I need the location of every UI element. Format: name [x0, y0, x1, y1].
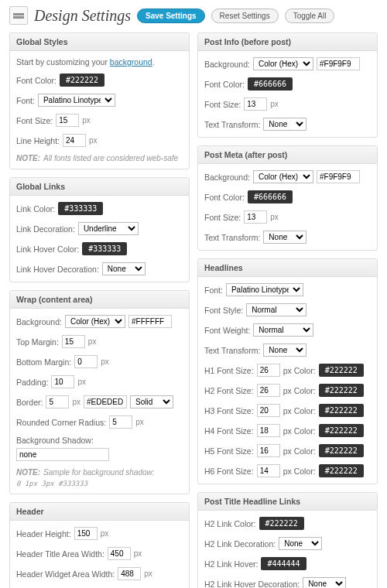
tt-select[interactable]: None — [263, 231, 307, 244]
panel-heading[interactable]: Post Info (before post) — [198, 33, 377, 51]
style-select[interactable]: Normal — [246, 303, 307, 316]
bg-color-input[interactable] — [128, 315, 172, 328]
bottom-margin-input[interactable] — [74, 355, 98, 368]
panel-heading[interactable]: Post Title Headline Links — [198, 493, 377, 511]
link-hover-dec-select[interactable]: None — [102, 262, 146, 275]
h5-color-value[interactable]: #222222 — [319, 444, 364, 457]
h4-size-input[interactable] — [257, 424, 280, 437]
bg-input[interactable] — [317, 170, 360, 183]
font-size-input[interactable] — [56, 114, 79, 127]
h1-color-value[interactable]: #222222 — [319, 364, 364, 377]
font-color-value[interactable]: #666666 — [248, 190, 293, 203]
h2-link-hover-label: H2 Link Hover: — [204, 559, 258, 569]
style-label: Font Style: — [204, 306, 243, 315]
h4-label: H4 Font Size: — [204, 426, 254, 436]
tt-select[interactable]: None — [263, 344, 307, 357]
widget-width-input[interactable] — [118, 567, 141, 580]
h3-color-value[interactable]: #222222 — [319, 404, 364, 417]
h6-label: H6 Font Size: — [204, 467, 254, 476]
link-color-value[interactable]: #333333 — [58, 202, 103, 215]
panel-heading[interactable]: Wrap (content area) — [10, 291, 189, 309]
bg-input[interactable] — [317, 57, 360, 70]
panel-heading[interactable]: Global Links — [10, 178, 189, 196]
h2-link-dec-select[interactable]: None — [279, 537, 322, 550]
h2-link-hover-dec-label: H2 Link Hover Decoration: — [204, 579, 300, 589]
border-label: Border: — [16, 398, 43, 407]
font-size-label: Font Size: — [16, 116, 53, 125]
h5-size-input[interactable] — [257, 444, 280, 457]
bg-type-select[interactable]: Color (Hex) — [65, 315, 125, 328]
font-color-value[interactable]: #666666 — [248, 77, 293, 91]
h2-size-input[interactable] — [257, 384, 280, 397]
border-size-input[interactable] — [46, 395, 69, 409]
link-dec-select[interactable]: Underline — [78, 222, 139, 235]
global-links-panel: Global Links Link Color: #333333 Link De… — [9, 177, 190, 282]
radius-label: Rounded Corner Radius: — [16, 418, 106, 427]
link-hover-value[interactable]: #333333 — [82, 242, 127, 255]
h2-link-color-value[interactable]: #222222 — [259, 517, 304, 530]
weight-label: Font Weight: — [204, 326, 250, 335]
border-style-select[interactable]: Solid — [130, 395, 173, 409]
bottom-margin-label: Bottom Margin: — [16, 357, 71, 367]
tt-label: Text Transform: — [204, 346, 260, 355]
panel-heading[interactable]: Header — [10, 503, 189, 521]
h4-color-value[interactable]: #222222 — [319, 424, 364, 437]
post-meta-panel: Post Meta (after post) Background: Color… — [197, 145, 378, 251]
h6-color-value[interactable]: #222222 — [319, 464, 364, 477]
h1-label: H1 Font Size: — [204, 366, 254, 375]
h3-size-input[interactable] — [257, 404, 280, 417]
h2-link-dec-label: H2 Link Decoration: — [204, 539, 276, 549]
link-hover-label: Link Hover Color: — [16, 244, 79, 254]
font-color-value[interactable]: #222222 — [60, 74, 104, 87]
title-width-input[interactable] — [108, 547, 131, 560]
reset-settings-button[interactable]: Reset Settings — [211, 9, 279, 23]
h5-label: H5 Font Size: — [204, 446, 254, 456]
h1-size-input[interactable] — [257, 364, 280, 377]
header-height-label: Header Height: — [16, 529, 71, 538]
font-select[interactable]: Palatino Linotype — [226, 283, 303, 296]
header-panel: Header Header Height: px Header Title Ar… — [9, 502, 190, 588]
panel-heading[interactable]: Headlines — [198, 259, 377, 277]
top-margin-input[interactable] — [62, 335, 85, 348]
link-dec-label: Link Decoration: — [16, 224, 75, 234]
background-link[interactable]: background — [110, 57, 152, 67]
weight-select[interactable]: Normal — [253, 323, 313, 337]
font-color-label: Font Color: — [16, 76, 57, 85]
page-header: Design Settings Save Settings Reset Sett… — [9, 6, 378, 25]
bg-label: Background: — [16, 317, 62, 326]
intro-text: Start by customizing your background. — [16, 57, 155, 67]
bg-type-select[interactable]: Color (Hex) — [253, 170, 313, 183]
line-height-label: Line Height: — [16, 136, 60, 145]
font-color-label: Font Color: — [204, 193, 245, 202]
font-label: Font: — [16, 96, 35, 105]
font-size-input[interactable] — [244, 97, 267, 111]
font-label: Font: — [204, 285, 223, 295]
font-color-label: Font Color: — [204, 80, 245, 89]
h2-link-hover-dec-select[interactable]: None — [303, 577, 346, 588]
radius-input[interactable] — [109, 415, 132, 429]
panel-heading[interactable]: Global Styles — [10, 33, 189, 51]
header-height-input[interactable] — [74, 527, 98, 540]
save-settings-button[interactable]: Save Settings — [137, 9, 205, 23]
toggle-all-button[interactable]: Toggle All — [285, 9, 335, 23]
bg-label: Background: — [204, 60, 250, 69]
widget-width-label: Header Widget Area Width: — [16, 569, 115, 579]
h2-link-hover-value[interactable]: #444444 — [261, 557, 306, 570]
border-color-input[interactable] — [84, 395, 127, 409]
shadow-label: Background Shadow: — [16, 436, 94, 445]
bg-type-select[interactable]: Color (Hex) — [253, 57, 313, 70]
note-text: NOTE: All fonts listed are considered we… — [16, 154, 183, 162]
tt-select[interactable]: None — [263, 118, 307, 131]
padding-label: Padding: — [16, 378, 48, 387]
post-info-panel: Post Info (before post) Background: Colo… — [197, 32, 378, 138]
h2-color-value[interactable]: #222222 — [319, 384, 364, 397]
note-text: NOTE: Sample for background shadow: 0 1p… — [16, 468, 183, 487]
panel-heading[interactable]: Post Meta (after post) — [198, 146, 377, 164]
font-select[interactable]: Palatino Linotype — [38, 94, 115, 107]
h6-size-input[interactable] — [257, 464, 280, 477]
font-size-input[interactable] — [244, 210, 267, 224]
padding-input[interactable] — [51, 375, 74, 388]
line-height-input[interactable] — [63, 134, 86, 147]
tt-label: Text Transform: — [204, 120, 260, 129]
shadow-input[interactable] — [16, 448, 109, 461]
